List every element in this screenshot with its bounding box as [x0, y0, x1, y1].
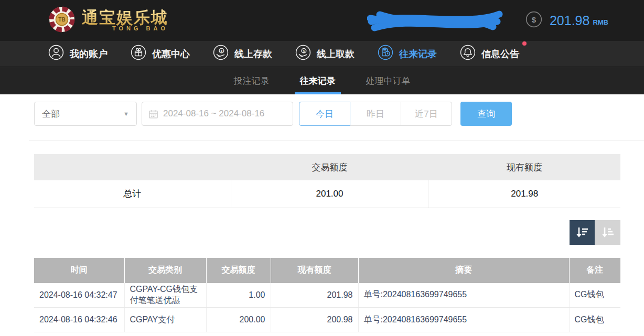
- balance-amount: 201.98: [550, 13, 589, 28]
- content: 全部 ▼ 2024-08-16 ~ 2024-08-16 今日 昨日 近7日 查…: [0, 102, 644, 332]
- records-clipboard-icon: [378, 45, 393, 63]
- logo-text: 通宝娱乐城 TONG BAO: [82, 9, 168, 32]
- query-button[interactable]: 查询: [460, 102, 512, 126]
- tab-transaction-records[interactable]: 往来记录: [297, 67, 339, 94]
- tab-bet-records[interactable]: 投注记录: [231, 67, 273, 94]
- main-nav: 我的账户 优惠中心 ¥ 线上存款: [0, 41, 644, 67]
- sub-tab-bar: 投注记录 往来记录 处理中订单: [0, 67, 644, 94]
- tab-processing-orders[interactable]: 处理中订单: [363, 67, 414, 94]
- nav-item-deposit[interactable]: ¥ 线上存款: [213, 45, 272, 63]
- sort-ascending-icon: [600, 225, 615, 240]
- user-account-area[interactable]: [367, 6, 505, 35]
- filter-row: 全部 ▼ 2024-08-16 ~ 2024-08-16 今日 昨日 近7日 查…: [34, 102, 644, 126]
- summary-total-amount: 201.00: [231, 180, 428, 208]
- nav-label: 线上取款: [317, 48, 355, 60]
- quick-range-yesterday[interactable]: 昨日: [350, 102, 401, 126]
- nav-item-my-account[interactable]: 我的账户: [48, 45, 108, 63]
- cell-balance: 201.98: [271, 283, 358, 308]
- logo-title: 通宝娱乐城: [82, 9, 168, 27]
- summary-header-amount: 交易额度: [231, 154, 428, 180]
- cell-amount: 200.00: [206, 308, 271, 332]
- type-select[interactable]: 全部 ▼: [34, 102, 137, 126]
- nav-item-records[interactable]: 往来记录: [378, 45, 437, 63]
- svg-text:¥: ¥: [221, 49, 223, 53]
- table-row: 2024-08-16 04:32:47 CGPAY-CG钱包支付笔笔送优惠 1.…: [34, 283, 620, 308]
- header-right: $ 201.98 RMB: [367, 6, 608, 35]
- nav-label: 信息公告: [481, 48, 519, 60]
- poker-chip-icon: TB: [48, 6, 76, 35]
- calendar-icon: [148, 109, 158, 119]
- svg-text:$: $: [532, 15, 536, 24]
- col-remark: 备注: [569, 258, 620, 283]
- nav-item-announcements[interactable]: 信息公告: [460, 45, 519, 63]
- records-table: 时间 交易类别 交易额度 现有额度 摘要 备注 2024-08-16 04:32…: [34, 258, 620, 333]
- col-type: 交易类别: [124, 258, 206, 283]
- deposit-hand-coin-icon: ¥: [213, 45, 229, 63]
- cell-amount: 1.00: [206, 283, 271, 308]
- sort-descending-button[interactable]: [570, 220, 595, 245]
- cell-remark: CG钱包: [569, 283, 620, 308]
- cell-type: CGPAY支付: [124, 308, 206, 332]
- summary-total-balance: 201.98: [428, 180, 620, 208]
- chevron-down-icon: ▼: [123, 111, 129, 117]
- svg-text:$: $: [303, 49, 305, 53]
- cell-summary: 单号:202408163699749655: [358, 308, 569, 332]
- sort-descending-icon: [575, 225, 589, 240]
- cell-summary: 单号:202408163699749655: [358, 283, 569, 308]
- nav-label: 优惠中心: [152, 48, 190, 60]
- records-header-row: 时间 交易类别 交易额度 现有额度 摘要 备注: [34, 258, 620, 283]
- top-header: TB 通宝娱乐城 TONG BAO: [0, 0, 644, 41]
- quick-range-group: 今日 昨日 近7日: [299, 102, 452, 126]
- notification-dot: [522, 41, 527, 46]
- cell-type: CGPAY-CG钱包支付笔笔送优惠: [124, 283, 206, 308]
- summary-table: 交易额度 现有额度 总计 201.00 201.98: [34, 154, 620, 208]
- col-time: 时间: [34, 258, 124, 283]
- date-range-input[interactable]: 2024-08-16 ~ 2024-08-16: [142, 102, 293, 126]
- col-summary: 摘要: [358, 258, 569, 283]
- dollar-circle-icon: $: [525, 11, 542, 30]
- section-divider: [29, 140, 644, 140]
- sort-ascending-button[interactable]: [595, 220, 620, 245]
- nav-label: 往来记录: [399, 48, 437, 60]
- table-row: 2024-08-16 04:32:46 CGPAY支付 200.00 200.9…: [34, 308, 620, 332]
- bell-icon: [460, 45, 476, 63]
- gift-icon: [131, 45, 146, 63]
- balance-display: $ 201.98 RMB: [525, 11, 608, 30]
- type-select-value: 全部: [42, 108, 60, 120]
- nav-label: 我的账户: [70, 48, 108, 60]
- sort-bar: [570, 220, 620, 245]
- summary-header-balance: 现有额度: [428, 154, 620, 180]
- summary-total-row: 总计 201.00 201.98: [34, 180, 620, 208]
- nav-label: 线上存款: [234, 48, 272, 60]
- quick-range-today[interactable]: 今日: [299, 102, 350, 126]
- user-circle-icon: [48, 45, 64, 63]
- withdraw-hand-coin-icon: $: [295, 45, 311, 63]
- date-range-value: 2024-08-16 ~ 2024-08-16: [163, 109, 264, 119]
- cell-balance: 200.98: [271, 308, 358, 332]
- summary-total-label: 总计: [34, 180, 231, 208]
- cell-time: 2024-08-16 04:32:47: [34, 283, 124, 308]
- balance-currency: RMB: [593, 18, 608, 26]
- col-balance: 现有额度: [271, 258, 358, 283]
- col-amount: 交易额度: [206, 258, 271, 283]
- nav-item-promotions[interactable]: 优惠中心: [131, 45, 190, 63]
- cell-remark: CG钱包: [569, 308, 620, 332]
- svg-text:TB: TB: [58, 17, 65, 23]
- censored-username-scribble: [367, 6, 505, 37]
- logo-subtitle: TONG BAO: [82, 25, 168, 31]
- quick-range-last7days[interactable]: 近7日: [401, 102, 452, 126]
- nav-item-withdraw[interactable]: $ 线上取款: [295, 45, 355, 63]
- cell-time: 2024-08-16 04:32:46: [34, 308, 124, 332]
- site-logo[interactable]: TB 通宝娱乐城 TONG BAO: [48, 6, 168, 35]
